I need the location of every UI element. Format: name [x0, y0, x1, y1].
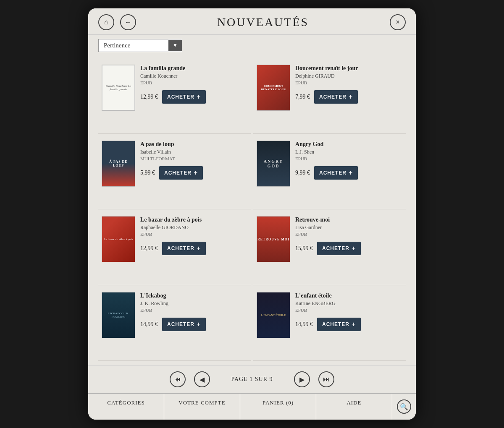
book-author: J. K. Rowling	[140, 300, 247, 307]
buy-button-familia-grande[interactable]: ACHETER +	[162, 90, 206, 104]
sort-bar: Pertinence ▼	[88, 35, 416, 56]
book-item-bazar-zebre: Le bazar du zèbre à pois Le bazar du zèb…	[98, 212, 251, 285]
book-price: 9,99 €	[295, 170, 310, 176]
home-button[interactable]: ⌂	[98, 14, 114, 30]
search-icon: 🔍	[397, 399, 411, 414]
book-info-doucement-renait: Doucement renaît le jour Delphine GIRAUD…	[295, 65, 402, 104]
book-info-ickabog: L'Ickabog J. K. Rowling EPUB 14,99 € ACH…	[140, 292, 247, 331]
buy-plus-icon: +	[352, 321, 356, 328]
back-icon: ←	[125, 18, 131, 26]
book-price: 14,99 €	[140, 321, 158, 328]
buy-label: ACHETER	[167, 94, 194, 100]
book-item-ickabog: L'ICKABOG J.K. ROWLING L'Ickabog J. K. R…	[98, 288, 251, 361]
book-author: Katrine ENGBERG	[295, 300, 402, 307]
buy-label: ACHETER	[167, 245, 194, 251]
header-left: ⌂ ←	[98, 14, 136, 30]
buy-plus-icon: +	[352, 245, 356, 252]
book-info-retrouve-moi: Retrouve-moi Lisa Gardner EPUB 15,99 € A…	[295, 216, 402, 255]
book-title: L'enfant étoile	[295, 292, 402, 300]
book-price: 5,99 €	[140, 170, 155, 176]
book-price: 14,99 €	[295, 321, 313, 328]
book-author: Lisa Gardner	[295, 224, 402, 231]
book-format: EPUB	[295, 308, 402, 313]
buy-button-retrouve-moi[interactable]: ACHETER +	[317, 242, 361, 255]
book-title: L'Ickabog	[140, 292, 247, 300]
buy-button-ickabog[interactable]: ACHETER +	[162, 318, 206, 331]
buy-button-a-pas-de-loup[interactable]: ACHETER +	[159, 166, 203, 180]
book-item-angry-god: ANGRY GOD Angry God L.J. Shen EPUB 9,99 …	[253, 136, 406, 210]
book-format: EPUB	[140, 232, 247, 237]
book-author: Isabelle Villain	[140, 149, 247, 155]
categories-nav[interactable]: CATÉGORIES	[88, 394, 164, 420]
book-author: Raphaëlle GIORDANO	[140, 224, 247, 231]
sort-select[interactable]: Pertinence ▼	[98, 39, 182, 52]
book-item-doucement-renait: DOUCEMENT RENAÎT LE JOUR Doucement renaî…	[253, 60, 406, 134]
book-price-row: 15,99 € ACHETER +	[295, 242, 402, 255]
book-cover-angry-god: ANGRY GOD	[257, 141, 290, 187]
first-page-button[interactable]: ⏮	[170, 371, 186, 387]
help-nav[interactable]: AIDE	[316, 394, 392, 420]
book-cover-familia-grande: Camille Kouchner La familia grande	[102, 65, 135, 111]
book-cover-doucement-renait: DOUCEMENT RENAÎT LE JOUR	[257, 65, 290, 111]
header: ⌂ ← NOUVEAUTÉS ×	[88, 8, 416, 35]
device-frame: ⌂ ← NOUVEAUTÉS × Pertinence ▼ Camille Ko…	[88, 8, 416, 420]
book-price-row: 9,99 € ACHETER +	[295, 166, 402, 180]
book-format: MULTI-FORMAT	[140, 156, 247, 161]
book-price: 15,99 €	[295, 245, 313, 252]
book-item-enfant-etoile: L'ENFANT ÉTOILE L'enfant étoile Katrine …	[253, 288, 406, 361]
next-page-button[interactable]: ▶	[294, 371, 310, 387]
book-format: EPUB	[295, 232, 402, 237]
book-format: EPUB	[140, 308, 247, 313]
home-icon: ⌂	[104, 18, 108, 26]
buy-plus-icon: +	[349, 93, 353, 101]
close-icon: ×	[396, 18, 399, 26]
buy-plus-icon: +	[197, 245, 201, 252]
book-info-enfant-etoile: L'enfant étoile Katrine ENGBERG EPUB 14,…	[295, 292, 402, 331]
book-title: Doucement renaît le jour	[295, 65, 402, 72]
buy-label: ACHETER	[319, 170, 346, 176]
buy-button-doucement-renait[interactable]: ACHETER +	[314, 90, 358, 104]
next-page-icon: ▶	[299, 376, 304, 384]
last-page-icon: ⏭	[323, 376, 330, 383]
book-format: EPUB	[295, 156, 402, 161]
book-format: EPUB	[295, 80, 402, 85]
book-title: Retrouve-moi	[295, 216, 402, 224]
first-page-icon: ⏮	[174, 376, 181, 383]
buy-label: ACHETER	[322, 245, 349, 251]
prev-page-button[interactable]: ◀	[194, 371, 210, 387]
book-grid: Camille Kouchner La familia grande La fa…	[88, 56, 416, 365]
book-price-row: 14,99 € ACHETER +	[295, 318, 402, 331]
sort-arrow-icon: ▼	[168, 40, 182, 51]
buy-button-enfant-etoile[interactable]: ACHETER +	[317, 318, 361, 331]
last-page-button[interactable]: ⏭	[318, 371, 334, 387]
search-nav[interactable]: 🔍	[392, 394, 416, 420]
pagination: ⏮ ◀ PAGE 1 SUR 9 ▶ ⏭	[88, 365, 416, 393]
book-price-row: 12,99 € ACHETER +	[140, 90, 247, 104]
buy-plus-icon: +	[194, 169, 198, 177]
book-item-a-pas-de-loup: À PAS DE LOUP A pas de loup Isabelle Vil…	[98, 136, 251, 210]
buy-plus-icon: +	[349, 169, 353, 177]
buy-button-bazar-zebre[interactable]: ACHETER +	[162, 242, 206, 255]
book-title: Le bazar du zèbre à pois	[140, 216, 247, 224]
book-item-familia-grande: Camille Kouchner La familia grande La fa…	[98, 60, 251, 134]
book-item-retrouve-moi: RETROUVE MOI Retrouve-moi Lisa Gardner E…	[253, 212, 406, 285]
cart-nav[interactable]: PANIER (0)	[240, 394, 316, 420]
close-button[interactable]: ×	[390, 14, 406, 30]
account-nav[interactable]: VOTRE COMPTE	[164, 394, 240, 420]
book-price-row: 12,99 € ACHETER +	[140, 242, 247, 255]
book-cover-bazar-zebre: Le bazar du zèbre à pois	[102, 216, 135, 262]
book-price-row: 5,99 € ACHETER +	[140, 166, 247, 180]
book-info-familia-grande: La familia grande Camille Kouchner EPUB …	[140, 65, 247, 104]
bottom-nav: CATÉGORIES VOTRE COMPTE PANIER (0) AIDE …	[88, 393, 416, 420]
book-cover-enfant-etoile: L'ENFANT ÉTOILE	[257, 292, 290, 338]
book-author: Camille Kouchner	[140, 73, 247, 79]
buy-plus-icon: +	[197, 93, 201, 101]
buy-button-angry-god[interactable]: ACHETER +	[314, 166, 358, 180]
book-price: 12,99 €	[140, 245, 158, 252]
back-button[interactable]: ←	[120, 14, 136, 30]
book-price-row: 7,99 € ACHETER +	[295, 90, 402, 104]
book-title: La familia grande	[140, 65, 247, 72]
book-cover-retrouve-moi: RETROUVE MOI	[257, 216, 290, 262]
book-info-bazar-zebre: Le bazar du zèbre à pois Raphaëlle GIORD…	[140, 216, 247, 255]
book-info-a-pas-de-loup: A pas de loup Isabelle Villain MULTI-FOR…	[140, 141, 247, 180]
